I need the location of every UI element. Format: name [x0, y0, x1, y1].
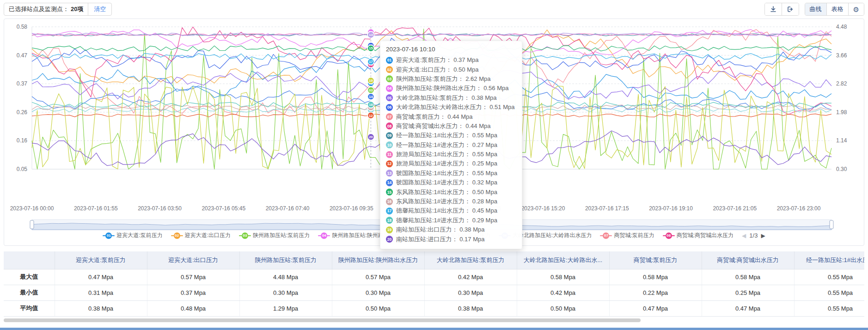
tooltip-series-badge: 20	[386, 236, 393, 243]
tooltip-row-18: 18德馨苑加压站:1#进水压力： 0.29 Mpa	[386, 216, 514, 225]
hover-badge-17: 17	[367, 59, 374, 65]
table-column-header: 迎宾大道:泵前压力	[55, 251, 147, 269]
tooltip-row-01: 01迎宾大道:泵前压力： 0.37 Mpa	[386, 55, 514, 65]
clear-selection-button[interactable]: 清空	[88, 5, 111, 13]
tooltip-series-badge: 04	[386, 85, 393, 92]
settings-button[interactable]: ⚙	[848, 3, 864, 15]
table-cell: 0.38 Mpa	[55, 300, 147, 316]
legend-marker-icon: 01	[103, 232, 115, 239]
right-axis-label: 1.98	[836, 109, 847, 116]
table-cell: 0.58 Mpa	[702, 269, 794, 285]
tooltip-row-05: 05大岭北路加压站:泵前压力： 0.38 Mpa	[386, 93, 514, 103]
table-cell: 0.48 Mpa	[147, 300, 239, 316]
x-axis-label: 2023-07-16 01:55	[74, 205, 118, 212]
x-axis-label: 2023-07-16 03:50	[138, 205, 182, 212]
hover-badge-15: 15	[367, 45, 374, 51]
hover-badge-19: 19	[367, 77, 374, 84]
tooltip-row-08: 08商贸城:商贸城出水压力： 0.44 Mpa	[386, 122, 514, 131]
tooltip-series-badge: 01	[386, 57, 393, 64]
tooltip-row-10: 10经一路加压站:1#进水压力： 0.27 Mpa	[386, 141, 514, 150]
tooltip-series-value: 经一路加压站:1#出水压力： 0.55 Mpa	[396, 131, 497, 140]
legend-item-08[interactable]: 08商贸城:商贸城出水压力	[663, 232, 734, 239]
table-cell: 1.29 Mpa	[239, 300, 332, 316]
tooltip-row-17: 17德馨苑加压站:1#出水压力： 0.45 Mpa	[386, 206, 514, 215]
left-axis-label: 0.47	[17, 52, 28, 59]
tooltip-series-value: 虢国路加压站:1#出水压力： 0.55 Mpa	[396, 169, 497, 177]
tooltip-series-value: 旅游局加压站:1#进水压力： 0.25 Mpa	[396, 159, 497, 168]
tooltip-series-badge: 02	[386, 66, 393, 73]
table-cell: 0.55 Mpa	[794, 269, 864, 285]
datazoom-handle-left[interactable]	[30, 220, 34, 229]
tooltip-series-badge: 05	[386, 94, 393, 101]
legend-label: 迎宾大道:泵前压力	[116, 232, 162, 239]
table-cell: 0.57 Mpa	[147, 269, 239, 285]
tooltip-series-badge: 08	[386, 122, 393, 129]
hover-badge-12: 12	[367, 112, 374, 119]
hover-badge-13: 13	[367, 31, 374, 38]
view-curve-button[interactable]: 曲线	[805, 3, 826, 15]
tooltip-series-badge: 15	[386, 189, 393, 196]
table-row: 最小值0.31 Mpa0.37 Mpa0.30 Mpa0.30 Mpa0.30 …	[4, 285, 864, 300]
legend-label: 迎宾大道:出口压力	[185, 232, 231, 239]
tooltip-row-15: 15东风路加压站:1#出水压力： 0.50 Mpa	[386, 187, 514, 196]
legend-page-indicator: 1/3	[749, 232, 758, 239]
stats-table-wrap: 迎宾大道:泵前压力迎宾大道:出口压力陕州路加压站:泵前压力陕州路加压站:陕州路出…	[4, 251, 864, 317]
tooltip-row-03: 03陕州路加压站:泵前压力： 2.62 Mpa	[386, 74, 514, 84]
x-axis-label: 2023-07-16 07:40	[266, 205, 310, 212]
tooltip-row-13: 13虢国路加压站:1#出水压力： 0.55 Mpa	[386, 169, 514, 178]
tooltip-row-20: 20南站加压站:进口压力： 0.17 Mpa	[386, 234, 514, 244]
tooltip-series-badge: 19	[386, 226, 393, 233]
legend-item-03[interactable]: 03陕州路加压站:泵前压力	[239, 232, 310, 239]
tooltip-series-value: 迎宾大道:泵前压力： 0.37 Mpa	[396, 56, 478, 64]
right-axis-label: 0.30	[836, 166, 847, 172]
tooltip-series-badge: 18	[386, 217, 393, 224]
download-button[interactable]	[765, 3, 782, 15]
table-cell: 0.47 Mpa	[55, 269, 147, 285]
table-cell: 0.57 Mpa	[332, 269, 424, 285]
table-cell: 0.50 Mpa	[332, 300, 424, 316]
tooltip-timestamp: 2023-07-16 10:10	[386, 46, 514, 53]
legend-next-icon[interactable]: ▶	[761, 232, 765, 239]
tooltip-series-value: 商贸城:泵前压力： 0.44 Mpa	[396, 113, 472, 121]
tooltip-series-value: 德馨苑加压站:1#出水压力： 0.45 Mpa	[396, 207, 497, 215]
left-axis-label: 0.05	[17, 166, 28, 172]
tooltip-series-value: 迎宾大道:出口压力： 0.50 Mpa	[396, 66, 478, 74]
svg-text:14: 14	[369, 95, 373, 99]
svg-text:13: 13	[369, 33, 373, 37]
tooltip-series-value: 陕州路加压站:泵前压力： 2.62 Mpa	[396, 75, 490, 83]
table-cell: 0.42 Mpa	[517, 285, 609, 300]
table-column-header: 陕州路加压站:陕州路出水压力	[332, 251, 424, 269]
hover-badge-14: 14	[367, 93, 374, 100]
table-column-header: 大岭北路加压站:泵前压力	[424, 251, 517, 269]
table-column-header: 商贸城:泵前压力	[609, 251, 702, 269]
view-table-button[interactable]: 表格	[826, 3, 848, 15]
tooltip-row-07: 07商贸城:泵前压力： 0.44 Mpa	[386, 112, 514, 121]
tooltip-series-value: 东风路加压站:1#出水压力： 0.50 Mpa	[396, 188, 497, 196]
legend-prev-icon[interactable]: ◀	[742, 232, 746, 239]
tooltip-row-06: 06大岭北路加压站:大岭路出水压力： 0.51 Mpa	[386, 103, 514, 112]
table-column-header: 经一路加压站:1#出水压力	[794, 251, 864, 269]
table-cell: 0.22 Mpa	[609, 285, 702, 300]
selection-count: 20项	[71, 5, 88, 13]
tooltip-row-04: 04陕州路加压站:陕州路出水压力： 0.56 Mpa	[386, 84, 514, 93]
legend-item-01[interactable]: 01迎宾大道:泵前压力	[103, 232, 162, 239]
table-cell: 0.31 Mpa	[55, 285, 147, 300]
table-scrollbar	[4, 318, 864, 322]
tooltip-series-badge: 03	[386, 75, 393, 82]
legend-item-02[interactable]: 02迎宾大道:出口压力	[171, 232, 231, 239]
datazoom-handle-right[interactable]	[830, 220, 833, 229]
table-cell: 0.30 Mpa	[239, 285, 332, 300]
table-cell: 0.58 Mpa	[517, 269, 609, 285]
x-axis-label: 2023-07-16 00:00	[10, 205, 54, 212]
x-axis-label: 2023-07-16 09:35	[330, 205, 373, 212]
table-scrollbar-thumb[interactable]	[4, 318, 641, 322]
bottom-strip	[0, 328, 868, 330]
tooltip-series-badge: 09	[386, 132, 393, 139]
table-column-header: 迎宾大道:出口压力	[147, 251, 239, 269]
x-axis-label: 2023-07-16 15:20	[521, 205, 565, 212]
legend-marker-icon: 02	[171, 232, 183, 239]
export-button[interactable]	[782, 3, 799, 15]
legend-item-07[interactable]: 07商贸城:泵前压力	[600, 232, 654, 239]
x-axis-label: 2023-07-16 21:05	[713, 205, 757, 212]
tooltip-series-value: 南站加压站:进口压力： 0.17 Mpa	[396, 235, 484, 244]
